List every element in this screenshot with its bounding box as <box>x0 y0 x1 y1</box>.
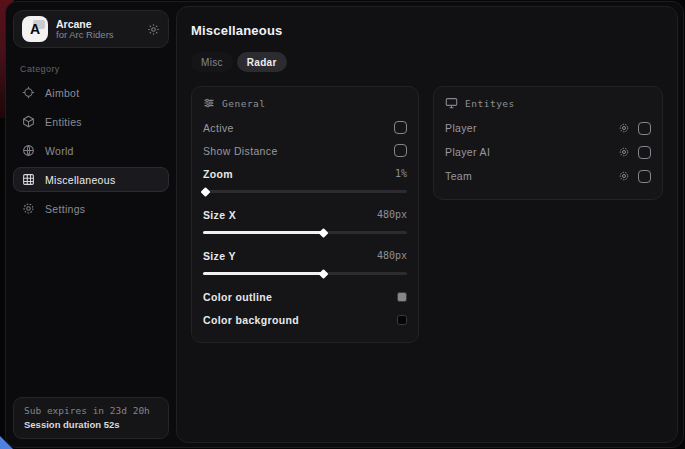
main-panel: Miscellaneous Misc Radar General <box>176 6 678 443</box>
general-card-header: General <box>203 97 407 109</box>
sub-expires-text: Sub expires in 23d 20h <box>24 405 158 416</box>
sidebar-item-label: Settings <box>45 203 85 215</box>
brand-card: A Arcane for Arc Riders <box>13 10 169 48</box>
team-checkbox[interactable] <box>638 170 651 183</box>
globe-icon <box>22 144 35 157</box>
tab-misc[interactable]: Misc <box>191 52 233 72</box>
brand-text: Arcane for Arc Riders <box>56 18 139 41</box>
size-x-slider-track <box>203 231 407 234</box>
color-background-row: Color background <box>203 309 407 330</box>
gear-icon <box>22 202 35 215</box>
cube-icon <box>22 115 35 128</box>
team-label: Team <box>445 170 472 182</box>
sidebar-item-aimbot[interactable]: Aimbot <box>13 80 169 105</box>
tab-radar[interactable]: Radar <box>237 52 287 72</box>
subscription-card: Sub expires in 23d 20h Session duration … <box>13 397 169 439</box>
sidebar-item-world[interactable]: World <box>13 138 169 163</box>
sidebar: A Arcane for Arc Riders Category <box>6 2 176 447</box>
gear-icon[interactable] <box>147 23 160 36</box>
player-label: Player <box>445 122 477 134</box>
size-y-label: Size Y <box>203 250 236 262</box>
player-ai-label: Player AI <box>445 146 490 158</box>
sidebar-item-label: Miscellaneous <box>45 174 115 186</box>
sidebar-item-label: Aimbot <box>45 87 79 99</box>
zoom-slider-track <box>203 190 407 193</box>
logo-letter: A <box>30 21 40 37</box>
size-x-value: 480px <box>377 209 407 220</box>
entities-card-header: Entityes <box>445 97 651 109</box>
zoom-slider-thumb[interactable] <box>201 187 211 197</box>
zoom-slider[interactable] <box>203 187 407 196</box>
sliders-icon <box>203 97 215 109</box>
sidebar-item-settings[interactable]: Settings <box>13 196 169 221</box>
size-y-slider-track <box>203 272 407 275</box>
color-outline-row: Color outline <box>203 286 407 307</box>
general-card: General Active Show Distance Zoom 1% <box>191 86 419 343</box>
sidebar-item-entities[interactable]: Entities <box>13 109 169 134</box>
general-card-title: General <box>222 98 266 109</box>
player-checkbox[interactable] <box>638 122 651 135</box>
session-duration-text: Session duration 52s <box>24 419 158 430</box>
sidebar-item-miscellaneous[interactable]: Miscellaneous <box>13 167 169 192</box>
page-title: Miscellaneous <box>191 23 663 38</box>
sidebar-item-label: Entities <box>45 116 82 128</box>
size-y-row: Size Y 480px <box>203 245 407 266</box>
cards-row: General Active Show Distance Zoom 1% <box>191 86 663 343</box>
player-ai-checkbox[interactable] <box>638 146 651 159</box>
size-x-row: Size X 480px <box>203 204 407 225</box>
team-row: Team <box>445 165 651 187</box>
app-logo: A <box>22 16 48 42</box>
player-ai-row: Player AI <box>445 141 651 163</box>
color-outline-swatch[interactable] <box>397 292 407 302</box>
active-row: Active <box>203 117 407 138</box>
crosshair-icon <box>22 86 35 99</box>
color-background-swatch[interactable] <box>397 315 407 325</box>
size-x-label: Size X <box>203 209 236 221</box>
tab-bar: Misc Radar <box>191 52 663 72</box>
player-ai-gear-icon[interactable] <box>618 146 630 158</box>
size-y-value: 480px <box>377 250 407 261</box>
entities-card-title: Entityes <box>465 98 515 109</box>
zoom-slider-fill <box>203 190 205 193</box>
app-subtitle: for Arc Riders <box>56 30 139 41</box>
sidebar-item-label: World <box>45 145 74 157</box>
entities-card: Entityes Player Player AI <box>433 86 663 200</box>
zoom-row: Zoom 1% <box>203 163 407 184</box>
color-background-label: Color background <box>203 314 299 326</box>
size-y-slider-block <box>203 268 407 284</box>
zoom-label: Zoom <box>203 168 233 180</box>
show-distance-label: Show Distance <box>203 145 278 157</box>
size-x-slider-block <box>203 227 407 243</box>
active-label: Active <box>203 122 234 134</box>
sidebar-nav: Aimbot Entities World <box>13 80 169 221</box>
show-distance-checkbox[interactable] <box>394 144 407 157</box>
app-window: A Arcane for Arc Riders Category <box>5 1 684 448</box>
show-distance-row: Show Distance <box>203 140 407 161</box>
app-title: Arcane <box>56 18 139 30</box>
size-y-slider-fill <box>203 272 323 275</box>
size-y-slider[interactable] <box>203 269 407 278</box>
size-x-slider-fill <box>203 231 323 234</box>
grid-icon <box>22 173 35 186</box>
color-outline-label: Color outline <box>203 291 272 303</box>
category-label: Category <box>20 64 169 74</box>
team-gear-icon[interactable] <box>618 170 630 182</box>
size-x-slider[interactable] <box>203 228 407 237</box>
zoom-slider-block <box>203 186 407 202</box>
player-row: Player <box>445 117 651 139</box>
player-gear-icon[interactable] <box>618 122 630 134</box>
active-checkbox[interactable] <box>394 121 407 134</box>
size-y-slider-thumb[interactable] <box>319 269 329 279</box>
size-x-slider-thumb[interactable] <box>319 228 329 238</box>
monitor-icon <box>445 97 458 109</box>
zoom-value: 1% <box>395 168 407 179</box>
